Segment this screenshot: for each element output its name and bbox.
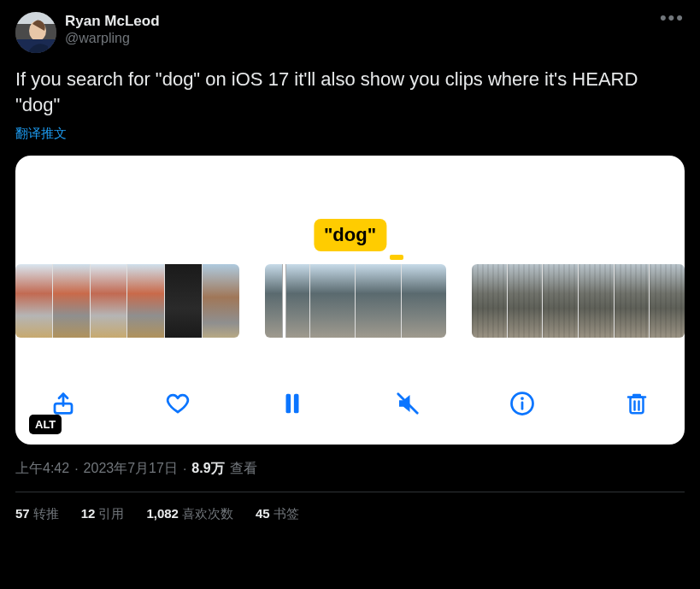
- more-icon[interactable]: •••: [660, 9, 685, 27]
- stat-likes[interactable]: 1,082喜欢次数: [146, 506, 233, 522]
- tweet-meta: 上午4:42 · 2023年7月17日 · 8.9万 查看: [15, 460, 685, 478]
- thumbnail: [203, 264, 239, 338]
- svg-rect-5: [286, 394, 291, 414]
- thumbnail: [615, 264, 650, 338]
- thumbnail: [543, 264, 578, 338]
- stat-retweets[interactable]: 57转推: [15, 506, 59, 522]
- search-tooltip: "dog": [314, 219, 386, 251]
- thumbnail: [356, 264, 400, 338]
- tooltip-marker: [390, 255, 403, 260]
- divider: [15, 492, 685, 492]
- tweet-header: Ryan McLeod @warpling •••: [15, 12, 685, 53]
- views-count: 8.9万: [191, 460, 224, 478]
- thumbnail: [402, 264, 446, 338]
- meta-separator: ·: [74, 462, 78, 477]
- tweet-container: Ryan McLeod @warpling ••• If you search …: [0, 0, 700, 531]
- author-block: Ryan McLeod @warpling: [65, 12, 160, 47]
- thumbnail: [91, 264, 127, 338]
- clip-2: [265, 264, 446, 338]
- info-icon[interactable]: [505, 386, 539, 421]
- tweet-date[interactable]: 2023年7月17日: [84, 460, 178, 478]
- avatar-image: [15, 12, 56, 53]
- meta-separator: ·: [183, 462, 186, 477]
- thumbnail: [579, 264, 614, 338]
- video-timeline: [15, 264, 685, 338]
- author-name[interactable]: Ryan McLeod: [65, 12, 160, 30]
- tweet-stats: 57转推 12引用 1,082喜欢次数 45书签: [15, 506, 685, 522]
- thumbnail: [472, 264, 507, 338]
- tweet-text: If you search for "dog" on iOS 17 it'll …: [15, 67, 685, 117]
- alt-badge[interactable]: ALT: [29, 415, 62, 434]
- pause-icon[interactable]: [275, 386, 309, 421]
- playhead: [282, 264, 286, 338]
- thumbnail: [53, 264, 90, 338]
- thumbnail: [165, 264, 202, 338]
- thumbnail: [508, 264, 543, 338]
- clip-3: [472, 264, 685, 338]
- mute-icon[interactable]: [391, 386, 425, 421]
- views-label: 查看: [230, 460, 257, 478]
- heart-icon[interactable]: [161, 386, 195, 421]
- stat-quotes[interactable]: 12引用: [81, 506, 125, 522]
- thumbnail: [650, 264, 685, 338]
- tweet-time[interactable]: 上午4:42: [15, 460, 69, 478]
- clip-1: [15, 264, 239, 338]
- trash-icon[interactable]: [620, 386, 654, 421]
- svg-rect-6: [294, 394, 299, 414]
- translate-link[interactable]: 翻译推文: [15, 126, 685, 142]
- thumbnail: [15, 264, 52, 338]
- thumbnail: [310, 264, 355, 338]
- author-handle[interactable]: @warpling: [65, 30, 160, 47]
- thumbnail: [265, 264, 309, 338]
- media-screenshot: "dog": [15, 156, 685, 445]
- video-toolbar: [15, 386, 685, 421]
- thumbnail: [127, 264, 164, 338]
- stat-bookmarks[interactable]: 45书签: [256, 506, 299, 522]
- avatar[interactable]: [15, 12, 56, 53]
- svg-rect-11: [630, 398, 643, 414]
- media-attachment[interactable]: "dog": [15, 156, 685, 445]
